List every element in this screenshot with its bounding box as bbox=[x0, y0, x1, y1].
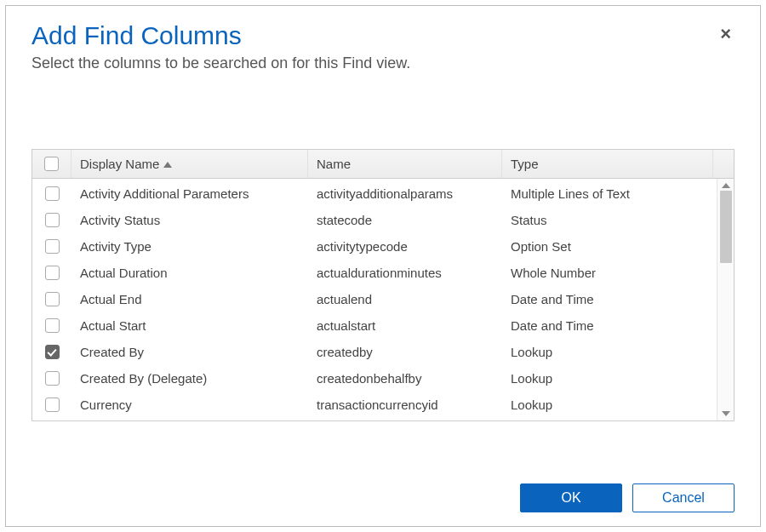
header-spacer bbox=[713, 150, 734, 178]
row-checkbox[interactable] bbox=[45, 345, 60, 359]
sort-ascending-icon bbox=[163, 162, 172, 168]
cell-display-name: Activity Additional Parameters bbox=[71, 186, 308, 201]
table-row[interactable]: Activity StatusstatecodeStatus bbox=[32, 207, 717, 233]
cell-type: Date and Time bbox=[502, 318, 717, 333]
row-checkbox[interactable] bbox=[45, 398, 60, 412]
close-icon[interactable]: × bbox=[720, 21, 735, 43]
header-display-label: Display Name bbox=[80, 157, 159, 171]
cell-display-name: Activity Type bbox=[71, 239, 308, 254]
row-checkbox-cell[interactable] bbox=[32, 398, 71, 412]
dialog-title: Add Find Columns bbox=[31, 21, 242, 49]
dialog-header: Add Find Columns × bbox=[31, 21, 735, 49]
cell-name: createdby bbox=[308, 345, 502, 359]
table-row[interactable]: Activity TypeactivitytypecodeOption Set bbox=[32, 233, 717, 260]
dialog-subtitle: Select the columns to be searched on for… bbox=[31, 54, 735, 72]
cancel-button[interactable]: Cancel bbox=[632, 483, 735, 512]
row-checkbox[interactable] bbox=[45, 371, 60, 386]
cell-display-name: Actual Start bbox=[71, 318, 308, 333]
header-name[interactable]: Name bbox=[308, 150, 502, 178]
header-type-label: Type bbox=[511, 157, 539, 171]
cell-name: actualend bbox=[308, 292, 502, 306]
table-row[interactable]: Created By (Delegate)createdonbehalfbyLo… bbox=[32, 365, 717, 392]
table-row[interactable]: Actual DurationactualdurationminutesWhol… bbox=[32, 260, 717, 286]
cell-display-name: Actual Duration bbox=[71, 266, 308, 280]
table-body: Activity Additional Parametersactivityad… bbox=[32, 179, 734, 420]
row-checkbox-cell[interactable] bbox=[32, 186, 71, 201]
row-checkbox[interactable] bbox=[45, 292, 60, 306]
header-name-label: Name bbox=[317, 157, 351, 171]
cell-display-name: Actual End bbox=[71, 292, 308, 306]
cell-name: statecode bbox=[308, 213, 502, 227]
table-row[interactable]: Actual EndactualendDate and Time bbox=[32, 286, 717, 312]
cell-type: Multiple Lines of Text bbox=[502, 186, 717, 201]
row-checkbox-cell[interactable] bbox=[32, 266, 71, 280]
add-find-columns-dialog: Add Find Columns × Select the columns to… bbox=[5, 5, 761, 527]
columns-table: Display Name Name Type Activity Addition… bbox=[31, 149, 735, 421]
row-checkbox-cell[interactable] bbox=[32, 318, 71, 333]
cell-type: Status bbox=[502, 213, 717, 227]
scroll-up-icon[interactable] bbox=[722, 183, 730, 188]
dialog-footer: OK Cancel bbox=[31, 468, 735, 512]
cell-name: activitytypecode bbox=[308, 239, 502, 254]
vertical-scrollbar[interactable] bbox=[717, 179, 734, 420]
row-checkbox[interactable] bbox=[45, 318, 60, 333]
table-row[interactable]: Created BycreatedbyLookup bbox=[32, 339, 717, 365]
row-checkbox[interactable] bbox=[45, 266, 60, 280]
cell-type: Lookup bbox=[502, 398, 717, 412]
cell-type: Option Set bbox=[502, 239, 717, 254]
row-checkbox[interactable] bbox=[45, 186, 60, 201]
table-row[interactable]: Actual StartactualstartDate and Time bbox=[32, 312, 717, 339]
cell-display-name: Created By (Delegate) bbox=[71, 371, 308, 386]
cell-display-name: Currency bbox=[71, 398, 308, 412]
cell-type: Lookup bbox=[502, 371, 717, 386]
row-checkbox-cell[interactable] bbox=[32, 345, 71, 359]
cell-name: createdonbehalfby bbox=[308, 371, 502, 386]
cell-name: activityadditionalparams bbox=[308, 186, 502, 201]
table-rows: Activity Additional Parametersactivityad… bbox=[32, 179, 717, 420]
cell-display-name: Created By bbox=[71, 345, 308, 359]
table-row[interactable]: Activity Additional Parametersactivityad… bbox=[32, 180, 717, 207]
select-all-cell[interactable] bbox=[32, 150, 71, 178]
row-checkbox-cell[interactable] bbox=[32, 292, 71, 306]
select-all-checkbox[interactable] bbox=[44, 157, 59, 171]
cell-type: Whole Number bbox=[502, 266, 717, 280]
ok-button[interactable]: OK bbox=[520, 483, 622, 512]
cell-type: Date and Time bbox=[502, 292, 717, 306]
header-display-name[interactable]: Display Name bbox=[71, 150, 308, 178]
row-checkbox-cell[interactable] bbox=[32, 239, 71, 254]
scroll-down-icon[interactable] bbox=[722, 411, 730, 416]
cell-name: actualdurationminutes bbox=[308, 266, 502, 280]
cell-type: Lookup bbox=[502, 345, 717, 359]
cell-name: transactioncurrencyid bbox=[308, 398, 502, 412]
table-header: Display Name Name Type bbox=[32, 150, 734, 179]
scrollbar-thumb[interactable] bbox=[720, 191, 732, 263]
row-checkbox-cell[interactable] bbox=[32, 213, 71, 227]
table-row[interactable]: CurrencytransactioncurrencyidLookup bbox=[32, 392, 717, 418]
header-type[interactable]: Type bbox=[502, 150, 713, 178]
cell-name: actualstart bbox=[308, 318, 502, 333]
row-checkbox[interactable] bbox=[45, 239, 60, 254]
cell-display-name: Activity Status bbox=[71, 213, 308, 227]
row-checkbox[interactable] bbox=[45, 213, 60, 227]
row-checkbox-cell[interactable] bbox=[32, 371, 71, 386]
